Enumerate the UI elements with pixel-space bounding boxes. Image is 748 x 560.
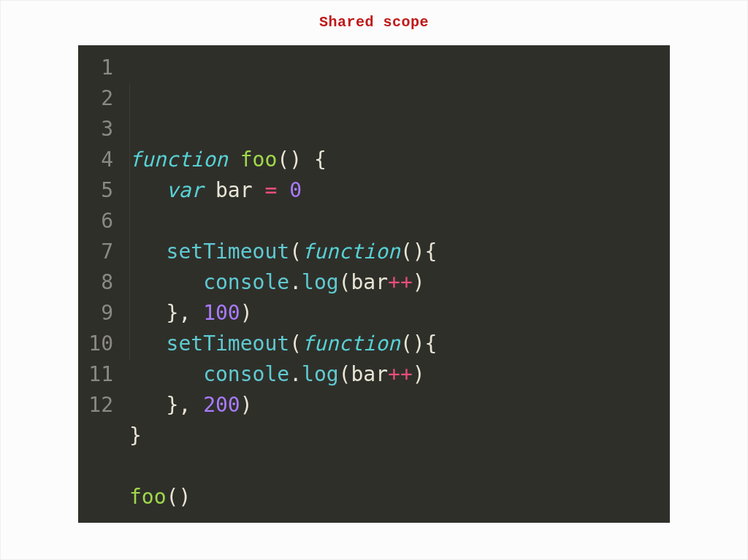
code-line: function foo() {: [129, 145, 657, 175]
code-token: ,: [178, 301, 191, 325]
line-number: 8: [83, 267, 113, 298]
code-token: [129, 270, 203, 294]
code-line: console.log(bar++): [129, 267, 657, 298]
code-token: ): [413, 270, 425, 294]
code-token: .: [289, 270, 302, 294]
code-token: ++: [388, 362, 413, 386]
code-token: bar: [351, 362, 388, 386]
code-line: setTimeout(function(){: [129, 237, 657, 267]
code-token: .: [289, 362, 302, 386]
code-token: 200: [203, 393, 240, 417]
code-token: (: [289, 239, 302, 264]
line-number: 6: [83, 206, 113, 237]
code-line: [129, 451, 657, 482]
code-token: function: [302, 239, 400, 264]
line-number: 3: [83, 114, 113, 145]
code-token: ): [178, 485, 191, 509]
code-line: }, 200): [129, 390, 657, 421]
code-token: [302, 147, 314, 172]
code-token: bar: [215, 178, 253, 202]
slide: Shared scope 123456789101112 function fo…: [0, 0, 748, 560]
code-editor: 123456789101112 function foo() { var bar…: [78, 45, 670, 523]
code-token: ): [413, 331, 425, 356]
code-token: (: [400, 239, 413, 264]
line-number: 4: [83, 145, 113, 175]
code-token: {: [425, 239, 438, 264]
code-token: [129, 393, 167, 417]
code-token: ): [240, 301, 253, 325]
slide-title: Shared scope: [1, 1, 747, 45]
code-token: log: [302, 362, 339, 386]
code-line: foo(): [129, 482, 657, 513]
code-token: ): [240, 393, 253, 417]
code-token: [203, 178, 215, 202]
code-token: ): [413, 239, 425, 264]
code-token: foo: [129, 485, 167, 509]
code-token: [277, 178, 289, 202]
code-token: ++: [388, 270, 413, 294]
line-number: 11: [83, 359, 113, 390]
line-number: 12: [83, 390, 113, 421]
code-token: =: [264, 178, 277, 202]
code-token: [129, 239, 167, 264]
line-number: 10: [83, 329, 113, 359]
code-token: bar: [351, 270, 388, 294]
code-token: [191, 301, 203, 325]
line-number: 1: [83, 53, 113, 83]
code-token: console: [203, 270, 289, 294]
code-token: (: [339, 270, 351, 294]
line-number: 9: [83, 298, 113, 329]
code-token: ,: [178, 393, 191, 417]
code-token: foo: [240, 147, 278, 172]
code-line: }, 100): [129, 298, 657, 329]
line-number: 2: [83, 83, 113, 114]
code-token: [129, 301, 167, 325]
code-token: (: [339, 362, 351, 386]
code-token: (: [167, 485, 179, 509]
code-token: setTimeout: [167, 331, 290, 356]
line-number-gutter: 123456789101112: [78, 45, 121, 523]
code-token: [191, 393, 203, 417]
code-token: 100: [203, 301, 240, 325]
code-token: function: [129, 147, 228, 172]
code-token: {: [425, 331, 438, 356]
indent-guide: [129, 83, 130, 359]
code-line: }: [129, 421, 657, 451]
code-token: (: [277, 147, 289, 172]
code-token: {: [314, 147, 327, 172]
code-token: }: [129, 423, 142, 448]
code-token: [228, 147, 240, 172]
code-token: [129, 362, 203, 386]
code-token: [253, 178, 265, 202]
code-token: }: [167, 393, 179, 417]
code-token: setTimeout: [167, 239, 290, 264]
code-token: ): [413, 362, 425, 386]
code-token: }: [167, 301, 179, 325]
code-area: function foo() { var bar = 0 setTimeout(…: [121, 45, 670, 523]
code-token: function: [302, 331, 400, 356]
code-line: [129, 206, 657, 237]
line-number: 5: [83, 175, 113, 206]
code-line: var bar = 0: [129, 175, 657, 206]
code-line: setTimeout(function(){: [129, 329, 657, 359]
code-token: 0: [289, 178, 302, 202]
code-token: console: [203, 362, 289, 386]
code-token: [129, 331, 167, 356]
code-token: var: [167, 178, 204, 202]
code-token: log: [302, 270, 339, 294]
line-number: 7: [83, 237, 113, 267]
code-line: console.log(bar++): [129, 359, 657, 390]
code-token: ): [289, 147, 302, 172]
code-token: (: [400, 331, 413, 356]
code-token: [129, 178, 167, 202]
code-token: (: [289, 331, 302, 356]
